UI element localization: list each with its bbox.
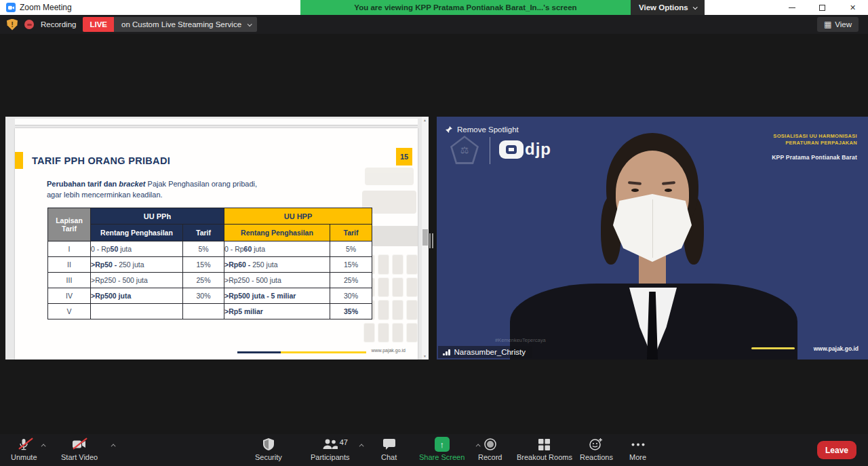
reactions-icon [589,437,603,452]
table-cell: 30% [330,288,372,304]
video-footer-url: www.pajak.go.id [814,345,859,352]
reactions-button[interactable]: Reactions [580,437,613,461]
recording-label: Recording [41,20,76,28]
remove-spotlight-button[interactable]: Remove Spotlight [445,125,519,134]
encryption-shield-icon[interactable]: ! [7,19,18,31]
record-label: Record [478,453,502,461]
security-button[interactable]: Security [255,437,282,461]
footer-line-yellow [281,351,366,353]
headline-line1: SOSIALISASI UU HARMONISASI [772,133,857,140]
breakout-rooms-label: Breakout Rooms [517,453,572,461]
record-button[interactable]: Record [478,437,502,461]
meeting-stage: TARIF PPH ORANG PRIBADI 15 Perubahan tar… [0,34,868,434]
start-video-label: Start Video [61,453,98,461]
close-button[interactable]: ✕ [837,0,868,15]
table-row: IV>Rp500 juta30%>Rp500 juta - 5 miliar30… [48,288,372,304]
unmute-button[interactable]: Unmute [11,437,37,461]
scroll-up-icon: ▲ [423,118,427,122]
meeting-topbar: ! Recording LIVE on Custom Live Streamin… [0,15,868,34]
video-watermark: #KemenkeuTepercaya [495,337,546,343]
subtitle-line1: Perubahan tarif dan bracket Pajak Pengha… [47,178,257,189]
table-cell: 30% [183,288,224,304]
participant-name: Narasumber_Christy [454,348,526,356]
view-label: View [835,20,852,28]
djp-logo: djp [499,140,551,159]
table-cell [183,304,224,319]
table-cell: 0 - Rp60 juta [224,241,330,257]
start-video-button[interactable]: Start Video [61,437,98,461]
table-cell: IV [48,288,91,304]
pin-icon [445,125,453,134]
slide-page-number: 15 [396,148,412,166]
table-row: III>Rp250 - 500 juta25%>Rp250 - 500 juta… [48,273,372,288]
table-cell: 0 - Rp50 juta [91,241,183,257]
table-cell: 5% [330,241,372,257]
table-cell: >Rp250 - 500 juta [224,273,330,288]
chat-button[interactable]: Chat [381,437,397,461]
table-cell: I [48,241,91,257]
table-cell: V [48,304,91,319]
participant-nametag: Narasumber_Christy [438,346,532,358]
more-button[interactable]: More [629,437,646,461]
view-layout-button[interactable]: ▦ View [817,17,859,32]
security-shield-icon [263,437,274,452]
uu-pph-header: UU PPh [91,208,224,225]
spotlight-video-tile: Remove Spotlight ⚖ djp SOSIALISASI UU HA… [437,117,868,360]
window-title: Zoom Meeting [20,3,72,12]
office-label: KPP Pratama Pontianak Barat [772,154,857,161]
chat-label: Chat [381,453,397,461]
mic-muted-icon [18,437,29,452]
close-icon: ✕ [850,3,856,12]
share-screen-button[interactable]: ↑ Share Screen [419,437,465,461]
live-badge: LIVE [83,17,114,32]
table-cell: 35% [330,304,372,319]
participants-caret[interactable] [359,444,364,448]
meeting-toolbar: Unmute Start Video Security 47 Participa… [0,434,868,466]
audio-options-caret[interactable] [41,444,46,448]
event-headline: SOSIALISASI UU HARMONISASI PERATURAN PER… [772,133,857,161]
record-icon [484,437,496,452]
reactions-label: Reactions [580,453,613,461]
viewing-screen-banner: You are viewing KPP Pratama Pontianak Ba… [300,0,631,15]
footer-line-navy [237,351,281,353]
maximize-button[interactable] [807,0,837,15]
live-stream-control[interactable]: LIVE on Custom Live Streaming Service [83,17,257,32]
maximize-icon [819,5,825,11]
share-screen-label: Share Screen [419,453,465,461]
minimize-button[interactable] [776,0,807,15]
pph-tarif-header: Tarif [183,225,224,241]
participants-button[interactable]: 47 Participants [311,437,349,461]
breakout-rooms-button[interactable]: Breakout Rooms [517,437,572,461]
slide-title: TARIF PPH ORANG PRIBADI [32,155,170,166]
table-cell: >Rp50 - 250 juta [91,257,183,273]
tax-table-body: I0 - Rp50 juta5%0 - Rp60 juta5%II>Rp50 -… [48,241,372,319]
leave-button[interactable]: Leave [817,441,856,459]
view-options-button[interactable]: View Options [631,0,705,15]
chevron-down-icon [248,22,252,26]
grid-view-icon: ▦ [824,20,831,28]
previous-page-edge [15,119,418,125]
tax-rate-table: LapisanTarif UU PPh UU HPP Rentang Pengh… [47,208,372,319]
table-cell: 25% [183,273,224,288]
camera-off-icon [73,437,86,452]
scroll-down-icon: ▼ [423,354,427,358]
table-cell: 5% [183,241,224,257]
hpp-tarif-header: Tarif [330,225,372,241]
video-footer-line [751,347,795,349]
table-cell: >Rp500 juta - 5 miliar [224,288,330,304]
scrollbar-thumb [422,229,428,246]
slide-subtitle: Perubahan tarif dan bracket Pajak Pengha… [47,178,257,200]
face-mask [613,194,692,262]
slide-footer-url: www.pajak.go.id [371,348,406,353]
view-options-label: View Options [639,3,688,12]
table-cell: 25% [330,273,372,288]
table-row: I0 - Rp50 juta5%0 - Rp60 juta5% [48,241,372,257]
unmute-label: Unmute [11,453,37,461]
video-options-caret[interactable] [111,444,116,448]
window-controls: ✕ [776,0,868,15]
table-row: V>Rp5 miliar35% [48,304,372,319]
minimize-icon [789,7,795,8]
share-screen-icon: ↑ [435,437,450,452]
table-cell: >Rp60 - 250 juta [224,257,330,273]
pane-resize-handle[interactable] [429,233,435,248]
